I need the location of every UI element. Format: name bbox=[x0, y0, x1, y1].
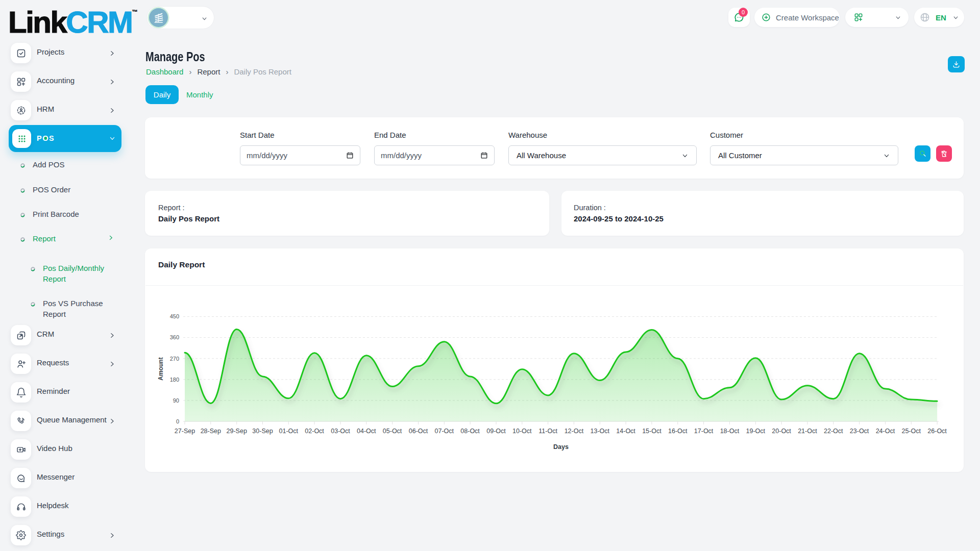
svg-text:270: 270 bbox=[170, 356, 179, 362]
svg-text:23-Oct: 23-Oct bbox=[850, 428, 869, 435]
svg-text:02-Oct: 02-Oct bbox=[305, 428, 324, 435]
svg-text:09-Oct: 09-Oct bbox=[486, 428, 506, 435]
svg-text:30-Sep: 30-Sep bbox=[252, 428, 273, 435]
svg-text:16-Oct: 16-Oct bbox=[668, 428, 688, 435]
svg-text:19-Oct: 19-Oct bbox=[746, 428, 766, 435]
svg-text:08-Oct: 08-Oct bbox=[460, 428, 480, 435]
svg-text:13-Oct: 13-Oct bbox=[591, 428, 610, 435]
svg-text:10-Oct: 10-Oct bbox=[512, 428, 532, 435]
svg-text:27-Sep: 27-Sep bbox=[175, 428, 195, 435]
svg-text:14-Oct: 14-Oct bbox=[616, 428, 635, 435]
svg-text:17-Oct: 17-Oct bbox=[694, 428, 714, 435]
svg-text:0: 0 bbox=[176, 418, 179, 424]
svg-text:Amount: Amount bbox=[157, 357, 164, 380]
svg-text:20-Oct: 20-Oct bbox=[772, 428, 791, 435]
svg-text:26-Oct: 26-Oct bbox=[927, 428, 947, 435]
svg-text:06-Oct: 06-Oct bbox=[409, 428, 428, 435]
svg-text:90: 90 bbox=[173, 397, 179, 404]
svg-text:Days: Days bbox=[553, 443, 569, 450]
svg-text:450: 450 bbox=[170, 313, 179, 319]
svg-text:25-Oct: 25-Oct bbox=[901, 428, 921, 435]
svg-text:01-Oct: 01-Oct bbox=[279, 428, 299, 435]
svg-text:21-Oct: 21-Oct bbox=[798, 428, 817, 435]
svg-text:15-Oct: 15-Oct bbox=[642, 428, 662, 435]
svg-text:18-Oct: 18-Oct bbox=[720, 428, 740, 435]
svg-text:04-Oct: 04-Oct bbox=[357, 428, 376, 435]
svg-text:24-Oct: 24-Oct bbox=[876, 428, 895, 435]
svg-text:22-Oct: 22-Oct bbox=[824, 428, 843, 435]
svg-text:07-Oct: 07-Oct bbox=[435, 428, 454, 435]
svg-text:29-Sep: 29-Sep bbox=[227, 428, 247, 435]
svg-text:360: 360 bbox=[170, 334, 179, 340]
svg-text:180: 180 bbox=[170, 377, 179, 383]
svg-text:03-Oct: 03-Oct bbox=[331, 428, 350, 435]
svg-text:05-Oct: 05-Oct bbox=[383, 428, 402, 435]
svg-text:11-Oct: 11-Oct bbox=[538, 428, 557, 435]
svg-text:12-Oct: 12-Oct bbox=[565, 428, 584, 435]
svg-text:28-Sep: 28-Sep bbox=[201, 428, 221, 435]
